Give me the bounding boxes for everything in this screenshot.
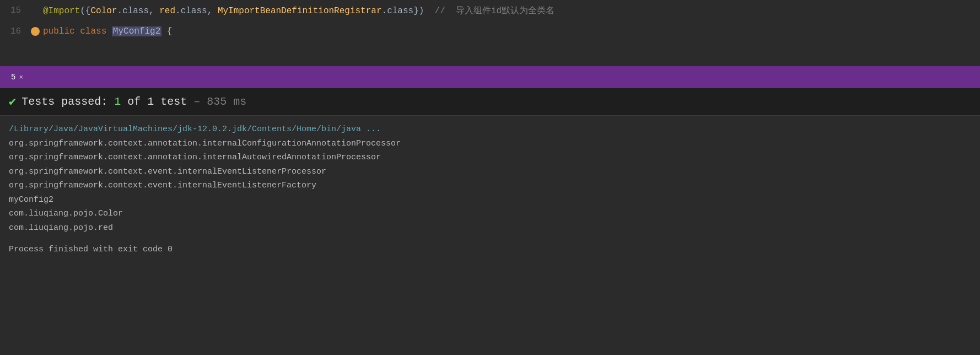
code-editor: 15 @Import({Color.class, red.class, MyIm… xyxy=(0,0,980,66)
test-result-text: Tests passed: 1 of 1 test – 835 ms xyxy=(21,95,246,108)
console-line: myConfig2 xyxy=(9,193,971,207)
of-test-label: of 1 test xyxy=(127,95,187,108)
console-line: org.springframework.context.annotation.i… xyxy=(9,137,971,151)
tests-passed-label: Tests passed: xyxy=(21,95,107,108)
console-area: /Library/Java/JavaVirtualMachines/jdk-12… xyxy=(0,116,980,263)
line-icon-16 xyxy=(28,27,43,36)
line-number-16: 16 xyxy=(0,26,28,36)
line-number-15: 15 xyxy=(0,6,28,15)
console-line: org.springframework.context.event.intern… xyxy=(9,179,971,193)
console-line: com.liuqiang.pojo.red xyxy=(9,221,971,235)
tab-close-button[interactable]: × xyxy=(19,73,23,82)
console-line: Process finished with exit code 0 xyxy=(9,243,971,257)
console-line xyxy=(9,235,971,243)
code-line-16: 16 public class MyConfig2 { xyxy=(0,21,980,42)
test-results-bar: ✔ Tests passed: 1 of 1 test – 835 ms xyxy=(0,88,980,116)
annotation-import: @Import xyxy=(43,6,80,16)
tab-bar: 5 × xyxy=(0,66,980,88)
console-line: /Library/Java/JavaVirtualMachines/jdk-12… xyxy=(9,122,971,137)
code-content-16: public class MyConfig2 { xyxy=(43,26,172,36)
console-line: org.springframework.context.event.intern… xyxy=(9,165,971,179)
breakpoint-icon[interactable] xyxy=(31,27,40,36)
console-line: com.liuqiang.pojo.Color xyxy=(9,207,971,221)
tab-item[interactable]: 5 × xyxy=(4,66,30,88)
check-icon: ✔ xyxy=(9,94,16,109)
test-count: 1 xyxy=(114,95,127,108)
tab-number: 5 xyxy=(11,73,15,82)
code-content-15: @Import({Color.class, red.class, MyImpor… xyxy=(43,5,554,17)
test-time-value: – 835 ms xyxy=(193,95,246,108)
console-line: org.springframework.context.annotation.i… xyxy=(9,150,971,165)
code-line-15: 15 @Import({Color.class, red.class, MyIm… xyxy=(0,0,980,21)
